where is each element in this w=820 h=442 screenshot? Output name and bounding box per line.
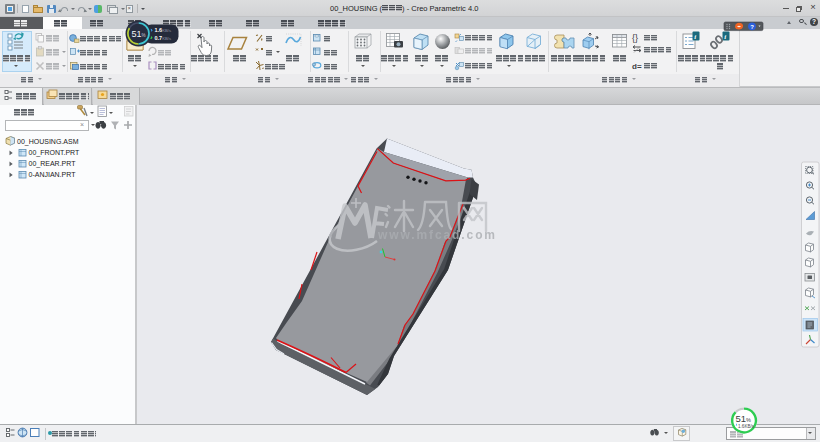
svg-text:51%: 51%: [736, 413, 752, 424]
svg-text:www.mfcad.com: www.mfcad.com: [377, 228, 497, 242]
